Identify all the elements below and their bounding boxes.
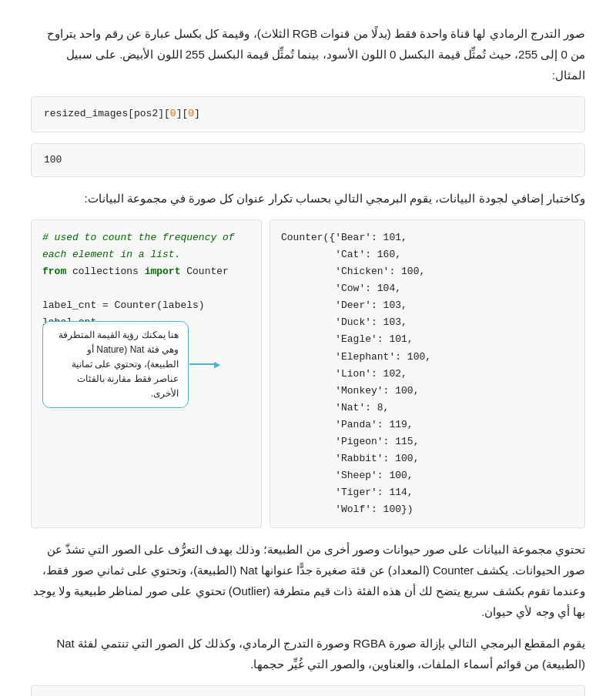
counter-output-line-12: 'Panda': 119, bbox=[281, 417, 574, 433]
code-block-bottom: N = len(labels) resized_images = [resize… bbox=[31, 685, 585, 696]
counter-output-line-7: 'Eagle': 101, bbox=[281, 331, 574, 348]
code-line-1: resized_images[pos2][0][0] bbox=[44, 108, 200, 119]
balloon-text: هنا يمكنك رؤية القيمة المتطرفة وهي فئة N… bbox=[59, 330, 179, 400]
intro-paragraph-2: وكاختبار إضافي لجودة البيانات، يقوم البر… bbox=[31, 188, 585, 209]
output-block-1: 100 bbox=[31, 143, 585, 177]
counter-output-line-9: 'Lion': 102, bbox=[281, 366, 574, 383]
balloon-annotation: هنا يمكنك رؤية القيمة المتطرفة وهي فئة N… bbox=[42, 321, 189, 409]
code-left-panel: # used to count the frequency of each el… bbox=[31, 219, 262, 529]
counter-output-line-1: Counter({'Bear': 101, bbox=[281, 229, 574, 246]
counter-output-line-8: 'Elephant': 100, bbox=[281, 349, 574, 366]
code-block-1: resized_images[pos2][0][0] bbox=[31, 96, 585, 132]
counter-output-line-17: 'Wolf': 100}) bbox=[281, 501, 574, 518]
counter-output-line-6: 'Duck': 103, bbox=[281, 314, 574, 331]
code-import-line: from collections import Counter bbox=[42, 263, 250, 280]
counter-output-line-11: 'Nat': 8, bbox=[281, 400, 574, 417]
counter-output-line-14: 'Rabbit': 100, bbox=[281, 450, 574, 467]
counter-output-panel: Counter({'Bear': 101, 'Cat': 160, 'Chick… bbox=[270, 219, 585, 529]
counter-output-line-10: 'Monkey': 100, bbox=[281, 383, 574, 400]
counter-output-line-15: 'Sheep': 100, bbox=[281, 467, 574, 484]
counter-output-line-2: 'Cat': 160, bbox=[281, 246, 574, 263]
balloon-arrow bbox=[192, 363, 214, 365]
code-output-section: # used to count the frequency of each el… bbox=[31, 219, 585, 529]
counter-output-line-5: 'Deer': 103, bbox=[281, 297, 574, 314]
code-label-cnt-1: label_cnt = Counter(labels) bbox=[42, 297, 250, 314]
body-paragraph-1: تحتوي مجموعة البيانات على صور حيوانات وص… bbox=[31, 539, 585, 622]
counter-output-line-3: 'Chicken': 100, bbox=[281, 263, 574, 280]
output-value-1: 100 bbox=[44, 154, 62, 166]
counter-output-line-16: 'Tiger': 114, bbox=[281, 484, 574, 501]
page: صور التدرج الرمادي لها قناة واحدة فقط (ب… bbox=[0, 0, 616, 696]
code-comment: # used to count the frequency of each el… bbox=[42, 229, 250, 263]
counter-output-line-4: 'Cow': 104, bbox=[281, 280, 574, 297]
intro-paragraph-1: صور التدرج الرمادي لها قناة واحدة فقط (ب… bbox=[31, 23, 585, 85]
body-paragraph-2: يقوم المقطع البرمجي التالي بإزالة صورة R… bbox=[31, 633, 585, 674]
counter-output-line-13: 'Pigeon': 115, bbox=[281, 433, 574, 450]
